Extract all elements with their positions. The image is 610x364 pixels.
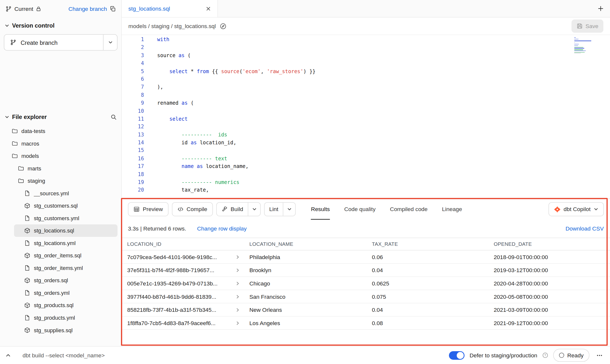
file-tree-item-stg-products-sql[interactable]: stg_products.sql <box>0 299 121 312</box>
expand-row-chevron-icon[interactable] <box>235 294 240 299</box>
change-branch-link[interactable]: Change branch <box>68 6 107 12</box>
lock-icon <box>36 6 41 11</box>
line-number: 17 <box>122 163 151 170</box>
close-tab-icon[interactable] <box>206 6 211 11</box>
table-grid-icon <box>134 206 140 212</box>
save-button[interactable]: Save <box>572 19 604 33</box>
file-tree-item-stg-locations-sql[interactable]: stg_locations.sql <box>14 224 118 237</box>
help-icon[interactable]: ? <box>542 352 548 358</box>
expand-row-chevron-icon[interactable] <box>235 268 240 272</box>
line-number: 11 <box>122 115 151 123</box>
lint-button[interactable]: Lint <box>265 203 283 216</box>
minimap-line <box>574 50 583 50</box>
file-tree-item-stg-customers-sql[interactable]: stg_customers.sql <box>0 199 121 212</box>
file-tree-item-stg-products-yml[interactable]: stg_products.yml <box>0 312 121 324</box>
code-line <box>157 147 610 155</box>
status-ring-icon <box>559 353 564 358</box>
download-csv-link[interactable]: Download CSV <box>565 226 604 232</box>
table-row[interactable]: 858218fb-73f7-4b1b-a31f-57b345...New Orl… <box>122 303 610 316</box>
table-row[interactable]: 37e5f311-b7f4-4f2f-988b-719657...Brookly… <box>122 264 610 277</box>
code-line: id as location_id, <box>157 139 610 147</box>
new-tab-button[interactable] <box>597 5 604 12</box>
file-label: stg_products.sql <box>34 302 73 308</box>
expand-row-chevron-icon[interactable] <box>235 321 240 325</box>
table-row[interactable]: 005e7e1c-1935-4269-b479-0713b...Chicago0… <box>122 277 610 290</box>
save-label: Save <box>585 23 598 29</box>
cell-opened-date: 2019-03-12T00:00:00 <box>488 264 610 277</box>
minimap-line <box>574 48 584 49</box>
file-tree-item-stg-order-items-sql[interactable]: stg_order_items.sql <box>0 249 121 262</box>
model-cube-icon <box>24 327 30 333</box>
code-editor[interactable]: 1234567891011121314151617181920 with sou… <box>122 35 610 198</box>
file-label: __sources.yml <box>34 190 69 196</box>
git-branch-icon <box>10 39 16 45</box>
chevron-down-icon <box>108 40 113 45</box>
file-tree-item-stg-order-items-yml[interactable]: stg_order_items.yml <box>0 262 121 274</box>
cell-opened-date: 2021-09-12T00:00:00 <box>488 316 610 330</box>
file-tree-item-stg-customers-yml[interactable]: stg_customers.yml <box>0 212 121 225</box>
folder-icon <box>18 178 24 184</box>
panel-tab-compiled-code[interactable]: Compiled code <box>390 199 428 220</box>
cell-opened-date: 2020-04-28T00:00:00 <box>488 277 610 290</box>
table-row[interactable]: 7c079cea-5ed4-4101-906e-9198c...Philadel… <box>122 250 610 264</box>
file-tree-item-staging[interactable]: staging <box>0 175 121 187</box>
lint-label: Lint <box>269 206 278 212</box>
folder-icon <box>12 153 18 159</box>
code-line <box>157 75 610 83</box>
change-row-display-link[interactable]: Change row display <box>197 226 247 232</box>
file-tree-item-marts[interactable]: marts <box>0 162 121 175</box>
panel-tab-code-quality[interactable]: Code quality <box>344 199 375 220</box>
table-row[interactable]: 1f8ffa70-7cb5-4d83-8a7f-9aceef6...Los An… <box>122 316 610 330</box>
dbt-copilot-button[interactable]: dbt Copilot <box>548 202 604 216</box>
build-button[interactable]: Build <box>217 203 248 216</box>
version-control-header[interactable]: Version control <box>0 17 121 33</box>
chevron-up-icon[interactable] <box>5 352 11 358</box>
cell-tax-rate: 0.075 <box>367 290 488 303</box>
create-branch-main[interactable]: Create branch <box>4 35 103 50</box>
table-row[interactable]: 3977f440-b87d-461b-9dd6-81839...San Fran… <box>122 290 610 303</box>
minimap-line <box>574 41 593 42</box>
compile-button[interactable]: Compile <box>172 202 213 216</box>
line-number: 16 <box>122 155 151 163</box>
status-bar: dbt build --select <model_name> Defer to… <box>0 346 610 364</box>
line-number: 1 <box>122 36 151 44</box>
line-number: 14 <box>122 139 151 147</box>
copy-icon[interactable] <box>110 6 116 12</box>
minimap[interactable] <box>574 37 593 53</box>
compass-icon[interactable] <box>220 23 226 29</box>
branch-bar: Current Change branch <box>0 0 121 17</box>
defer-toggle[interactable] <box>449 351 464 360</box>
file-tree-item-models[interactable]: models <box>0 150 121 162</box>
ready-status-button[interactable]: Ready <box>553 349 590 362</box>
panel-tab-results[interactable]: Results <box>311 199 330 220</box>
tab-stg-locations-sql[interactable]: stg_locations.sql <box>122 0 218 17</box>
file-icon <box>24 290 30 296</box>
search-icon[interactable] <box>110 114 117 120</box>
file-explorer-header[interactable]: File explorer <box>0 109 121 124</box>
cell-tax-rate: 0.0625 <box>367 277 488 290</box>
expand-row-chevron-icon[interactable] <box>235 281 240 286</box>
folder-icon <box>12 128 18 134</box>
file-tree-item-stg-locations-yml[interactable]: stg_locations.yml <box>0 237 121 249</box>
line-number: 3 <box>122 52 151 60</box>
file-label: stg_products.yml <box>34 314 75 321</box>
panel-tab-lineage[interactable]: Lineage <box>442 199 462 220</box>
cell-location-id: 858218fb-73f7-4b1b-a31f-57b345... <box>127 307 216 313</box>
build-dropdown[interactable] <box>248 203 260 216</box>
lint-dropdown[interactable] <box>283 203 296 216</box>
defer-label: Defer to staging/production <box>470 352 537 358</box>
create-branch-button[interactable]: Create branch <box>4 34 118 50</box>
more-options-button[interactable] <box>594 350 605 360</box>
file-tree-item-stg-orders-sql[interactable]: stg_orders.sql <box>0 274 121 287</box>
preview-button[interactable]: Preview <box>128 202 169 216</box>
expand-row-chevron-icon[interactable] <box>235 307 240 312</box>
file-tree-item-stg-supplies-sql[interactable]: stg_supplies.sql <box>0 324 121 336</box>
file-label: stg_supplies.sql <box>34 327 72 333</box>
editor-code[interactable]: with source as ( select * from {{ source… <box>151 35 610 198</box>
create-branch-dropdown[interactable] <box>103 35 117 50</box>
expand-row-chevron-icon[interactable] <box>235 255 240 259</box>
file-tree-item-macros[interactable]: macros <box>0 137 121 150</box>
file-tree-item-stg-orders-yml[interactable]: stg_orders.yml <box>0 287 121 299</box>
file-tree-item--sources-yml[interactable]: __sources.yml <box>0 187 121 200</box>
file-tree-item-data-tests[interactable]: data-tests <box>0 125 121 137</box>
